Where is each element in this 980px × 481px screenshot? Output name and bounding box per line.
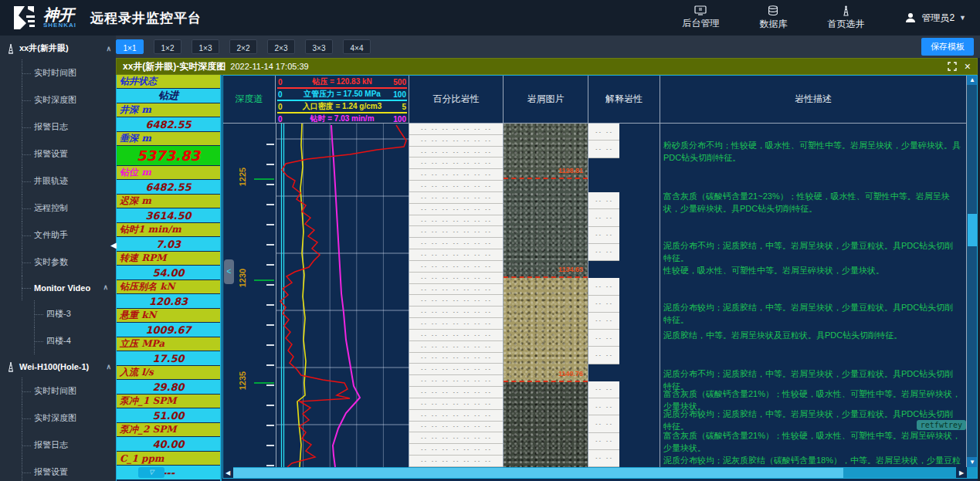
- vertical-scroll-thumb[interactable]: [968, 214, 977, 246]
- depth-label: 1230: [238, 265, 247, 291]
- interp-symbol-row: -- --: [588, 313, 619, 330]
- save-template-button[interactable]: 保存模板: [921, 38, 974, 56]
- param-dropdown-button[interactable]: ▽: [138, 467, 164, 478]
- depth-minor-tick: [266, 144, 274, 145]
- param-label-5: 钻时1 min/m: [117, 223, 220, 237]
- lith-symbol-row: -- -- -- -- -- -- --: [409, 422, 503, 433]
- interp-symbol-row: -- --: [588, 192, 619, 209]
- well-node-1[interactable]: Wei-H100(Hole-1)∧: [0, 354, 116, 378]
- lith-symbol-row: -- -- -- -- -- -- --: [409, 353, 503, 364]
- interp-symbol-row: -- --: [588, 227, 619, 244]
- chart-header-row: 深度道 0钻压 = 120.83 kN5000立管压力 = 17.50 MPa1…: [222, 75, 967, 124]
- layout-button-2x2[interactable]: 2×2: [229, 39, 257, 54]
- database-icon: [768, 5, 778, 16]
- sidebar-item-1-1[interactable]: 实时深度图: [0, 405, 116, 432]
- depth-minor-tick: [266, 384, 274, 386]
- cuttings-photo-header: 岩屑图片: [503, 75, 588, 124]
- nav-well-select-label: 首页选井: [827, 18, 864, 31]
- video-channel-1[interactable]: 四楼-4: [0, 327, 116, 354]
- layout-button-1x1[interactable]: 1×1: [116, 39, 144, 54]
- lith-symbol-row: -- -- -- -- -- -- --: [409, 364, 503, 375]
- photo-depth-label: 1128.81: [558, 167, 583, 174]
- scroll-down-icon[interactable]: ▼: [967, 457, 978, 467]
- lith-description-9: 富含灰质（碳酸钙含量21%）；性较硬，吸水性、可塑性中等。岩屑呈碎块状，少量块状…: [663, 429, 961, 454]
- layout-button-1x2[interactable]: 1×2: [154, 39, 181, 54]
- collapse-caret-icon[interactable]: ∧: [103, 283, 108, 291]
- cuttings-photo-2: 1140.76: [504, 278, 588, 382]
- collapse-caret-icon[interactable]: ∧: [106, 45, 111, 53]
- param-label-2: 垂深 m: [117, 132, 220, 146]
- sidebar-item-0-6[interactable]: 文件助手: [0, 222, 116, 249]
- layout-button-4x4[interactable]: 4×4: [343, 39, 371, 54]
- sidebar-item-1-3[interactable]: 报警设置: [0, 459, 116, 481]
- curves-plot: [276, 124, 410, 467]
- layout-button-1x3[interactable]: 1×3: [192, 39, 219, 54]
- scroll-right-icon[interactable]: ▶: [956, 467, 967, 479]
- sidebar-item-1-2[interactable]: 报警日志: [0, 432, 116, 459]
- param-label-1: 井深 m: [117, 103, 220, 117]
- lith-symbol-row: -- -- -- -- -- -- --: [409, 158, 503, 169]
- top-header: 神开 SHENKAI 远程录井监控平台 后台管理 数据库: [0, 0, 980, 36]
- nav-admin-label: 后台管理: [682, 17, 719, 30]
- chart-body: < 122512301235 -- -- -- -- -- -- ---- --…: [222, 124, 967, 467]
- layout-button-3x3[interactable]: 3×3: [305, 39, 333, 54]
- lith-symbol-row: -- -- -- -- -- -- --: [409, 432, 503, 444]
- depth-minor-tick: [266, 264, 274, 266]
- nav-admin[interactable]: 后台管理: [682, 5, 719, 30]
- lith-symbol-row: -- -- -- -- -- -- --: [409, 387, 503, 398]
- param-value-12: 40.00: [117, 437, 220, 452]
- sidebar-item-0-5[interactable]: 远程控制: [0, 195, 116, 222]
- well-tree-sidebar: xx井(新井眼)∧实时时间图实时深度图报警日志报警设置井眼轨迹远程控制文件助手实…: [0, 36, 116, 481]
- legend-name: 钻压 = 120.83 kN: [277, 76, 407, 87]
- vertical-scrollbar[interactable]: ▲ ▼: [967, 75, 978, 467]
- sidebar-item-1-0[interactable]: 实时时间图: [0, 378, 116, 405]
- well-node-0[interactable]: xx井(新井眼)∧: [0, 36, 116, 59]
- sidebar-item-0-1[interactable]: 实时深度图: [0, 86, 116, 113]
- legend-max: 500: [393, 78, 406, 86]
- user-menu[interactable]: 管理员2 ▼: [904, 12, 966, 25]
- lith-symbol-row: -- -- -- -- -- -- --: [409, 192, 503, 204]
- sidebar-collapse-handle-icon[interactable]: ◀: [110, 241, 117, 249]
- lith-symbol-row: -- -- -- -- -- -- --: [409, 249, 503, 261]
- depth-major-tick: [254, 178, 274, 180]
- lith-description-track: retfwtrey 粉砂质分布不均；性较硬，吸水性、可塑性中等。岩屑呈块状，少量…: [660, 124, 967, 467]
- legend-max: 100: [393, 115, 406, 124]
- video-channel-0[interactable]: 四楼-3: [0, 300, 116, 327]
- param-value-3: 6482.55: [117, 180, 220, 195]
- lith-symbol-row: -- -- -- -- -- -- --: [409, 375, 503, 387]
- interp-symbol-row: [588, 175, 619, 192]
- fullscreen-icon[interactable]: [948, 62, 957, 71]
- depth-minor-tick: [266, 184, 274, 185]
- scroll-left-icon[interactable]: ◀: [222, 467, 233, 479]
- lith-symbol-row: -- -- -- -- -- -- --: [409, 330, 503, 341]
- lith-symbol-row: -- -- -- -- -- -- --: [409, 147, 503, 158]
- sidebar-item-0-2[interactable]: 报警日志: [0, 113, 116, 141]
- depth-minor-tick: [266, 164, 274, 165]
- horizontal-scroll-thumb[interactable]: [233, 468, 843, 478]
- nav-database-label: 数据库: [759, 18, 787, 31]
- param-value-11: 51.00: [117, 408, 220, 423]
- depth-label: 1235: [238, 368, 247, 394]
- sidebar-item-0-4[interactable]: 井眼轨迹: [0, 168, 116, 195]
- nav-well-select[interactable]: 首页选井: [827, 5, 864, 31]
- sidebar-group-monitor-video[interactable]: Monitor Video∧: [0, 276, 116, 300]
- interp-symbol-row: [588, 261, 619, 278]
- brand-name-cn: 神开: [43, 8, 76, 22]
- track-collapse-button[interactable]: <: [224, 259, 234, 284]
- legend-name: 入口密度 = 1.24 g/cm3: [277, 101, 407, 112]
- sidebar-item-0-7[interactable]: 实时参数: [0, 249, 116, 276]
- horizontal-scrollbar[interactable]: ◀ ▶: [222, 467, 978, 479]
- depth-major-tick: [254, 279, 274, 281]
- scroll-up-icon[interactable]: ▲: [967, 75, 978, 85]
- close-panel-icon[interactable]: ×: [965, 62, 971, 71]
- sidebar-item-0-0[interactable]: 实时时间图: [0, 59, 116, 86]
- param-label-6: 转速 RPM: [117, 252, 220, 266]
- lith-symbol-row: -- -- -- -- -- -- --: [409, 295, 503, 307]
- nav-database[interactable]: 数据库: [759, 5, 787, 31]
- interp-symbol-row: -- --: [588, 450, 619, 467]
- layout-button-2x3[interactable]: 2×3: [267, 39, 295, 54]
- legend-min: 0: [278, 103, 283, 111]
- lith-percent-track: -- -- -- -- -- -- ---- -- -- -- -- -- --…: [409, 124, 504, 467]
- sidebar-item-0-3[interactable]: 报警设置: [0, 141, 116, 168]
- collapse-caret-icon[interactable]: ∧: [106, 363, 111, 371]
